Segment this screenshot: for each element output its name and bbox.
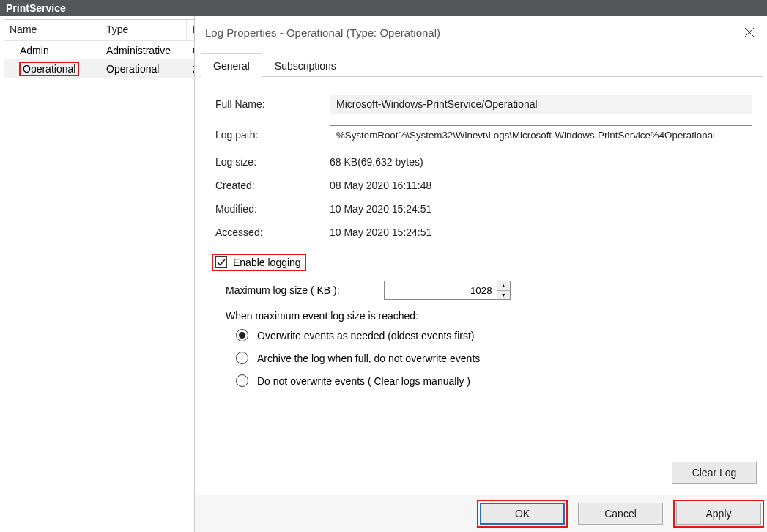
clear-log-button[interactable]: Clear Log bbox=[672, 462, 757, 484]
radio-icon bbox=[236, 329, 248, 341]
log-size-value: 68 KB(69,632 bytes) bbox=[330, 156, 423, 168]
log-path-label: Log path: bbox=[215, 129, 330, 141]
tab-general[interactable]: General bbox=[201, 53, 262, 77]
log-path-input[interactable] bbox=[330, 125, 752, 144]
close-icon[interactable] bbox=[742, 25, 757, 40]
radio-no-overwrite[interactable]: Do not overwrite events ( Clear logs man… bbox=[236, 374, 752, 387]
tab-strip: General Subscriptions bbox=[199, 53, 763, 77]
max-log-size-label: Maximum log size ( KB ): bbox=[226, 284, 340, 296]
col-header-type[interactable]: Type bbox=[100, 20, 187, 40]
radio-icon bbox=[236, 374, 248, 387]
spinner-down-icon[interactable]: ▼ bbox=[497, 291, 510, 300]
modified-label: Modified: bbox=[215, 203, 330, 215]
col-header-name[interactable]: Name bbox=[4, 20, 100, 40]
checkbox-icon bbox=[215, 256, 227, 268]
general-panel: Full Name: Microsoft-Windows-PrintServic… bbox=[195, 77, 767, 404]
accessed-label: Accessed: bbox=[215, 226, 330, 238]
cell-name: Operational bbox=[4, 62, 100, 76]
radio-label: Archive the log when full, do not overwr… bbox=[257, 352, 480, 364]
radio-icon bbox=[236, 352, 248, 364]
created-label: Created: bbox=[215, 180, 330, 191]
modified-value: 10 May 2020 15:24:51 bbox=[330, 203, 431, 215]
ok-button[interactable]: OK bbox=[480, 503, 565, 525]
dialog-footer: OK Cancel Apply bbox=[195, 495, 767, 532]
cancel-button[interactable]: Cancel bbox=[578, 503, 663, 525]
max-log-size-input[interactable] bbox=[384, 281, 497, 300]
log-properties-dialog: Log Properties - Operational (Type: Oper… bbox=[194, 16, 767, 532]
radio-label: Do not overwrite events ( Clear logs man… bbox=[257, 375, 470, 387]
cell-type: Administrative bbox=[100, 43, 187, 58]
dialog-title-text: Log Properties - Operational (Type: Oper… bbox=[205, 26, 440, 39]
log-size-label: Log size: bbox=[215, 156, 330, 168]
full-name-value: Microsoft-Windows-PrintService/Operation… bbox=[330, 95, 752, 114]
max-log-size-spinner[interactable]: ▲ ▼ bbox=[384, 281, 511, 300]
enable-logging-checkbox[interactable]: Enable logging bbox=[212, 254, 305, 270]
cell-name: Admin bbox=[4, 43, 100, 58]
apply-button[interactable]: Apply bbox=[676, 503, 761, 525]
app-title: PrintService bbox=[0, 0, 767, 16]
radio-overwrite[interactable]: Overwrite events as needed (oldest event… bbox=[236, 329, 752, 341]
overflow-heading: When maximum event log size is reached: bbox=[226, 310, 752, 322]
created-value: 08 May 2020 16:11:48 bbox=[330, 180, 431, 191]
tab-subscriptions[interactable]: Subscriptions bbox=[262, 53, 349, 77]
radio-label: Overwrite events as needed (oldest event… bbox=[257, 330, 474, 341]
cell-type: Operational bbox=[100, 62, 187, 76]
full-name-label: Full Name: bbox=[215, 98, 330, 110]
accessed-value: 10 May 2020 15:24:51 bbox=[330, 226, 431, 238]
enable-logging-label: Enable logging bbox=[233, 256, 301, 268]
spinner-up-icon[interactable]: ▲ bbox=[497, 281, 510, 291]
radio-archive[interactable]: Archive the log when full, do not overwr… bbox=[236, 352, 752, 364]
